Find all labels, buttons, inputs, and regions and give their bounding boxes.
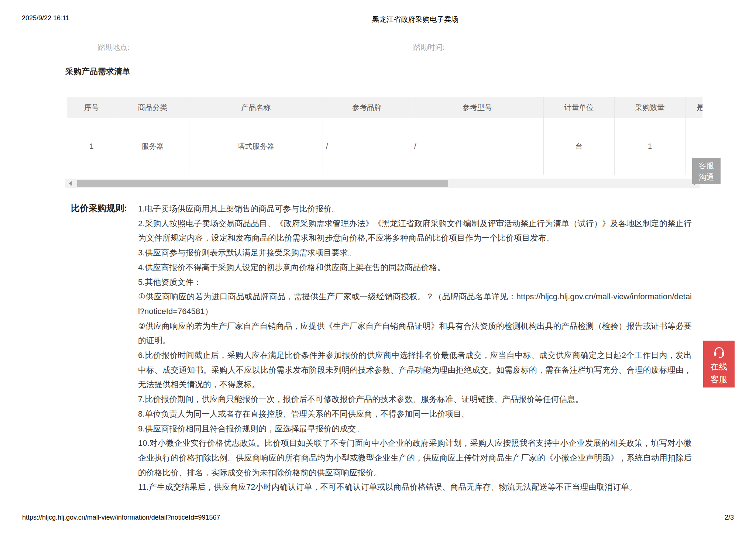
col-header-ref-model: 参考型号 bbox=[411, 97, 544, 118]
table-header-row: 序号 商品分类 产品名称 参考品牌 参考型号 计量单位 采购数量 是 bbox=[67, 97, 703, 118]
survey-location-label: 踏勘地点: bbox=[98, 42, 130, 52]
rule-item-7: 7.比价报价期间，供应商只能报价一次，报价后不可修改报价产品的技术参数、服务标准… bbox=[138, 392, 692, 407]
rule-item-8: 8.单位负责人为同一人或者存在直接控股、管理关系的不同供应商，不得参加同一比价项… bbox=[138, 407, 692, 421]
print-preview-page: { "print_header": { "datetime": "2025/9/… bbox=[0, 0, 756, 534]
customer-chat-badge[interactable]: 客服沟通 bbox=[692, 158, 721, 184]
rule-item-3: 3.供应商参与报价则表示默认满足并接受采购需求项目要求。 bbox=[138, 245, 692, 260]
table-row: 1 服务器 塔式服务器 / / 台 1 bbox=[67, 118, 703, 175]
document-frame: 踏勘地点: 踏勘时间: 采购产品需求清单 序号 商品分类 产品名称 参考品牌 参… bbox=[47, 26, 713, 518]
section-title-demand-list: 采购产品需求清单 bbox=[65, 66, 130, 77]
survey-time-label: 踏勘时间: bbox=[413, 42, 445, 52]
online-service-badge[interactable]: 在线客服 bbox=[703, 341, 735, 387]
col-header-quantity: 采购数量 bbox=[615, 97, 685, 118]
col-header-unit: 计量单位 bbox=[544, 97, 615, 118]
product-table-viewport: 序号 商品分类 产品名称 参考品牌 参考型号 计量单位 采购数量 是 1 服务器… bbox=[67, 97, 702, 175]
rule-item-10: 10.对小微企业实行价格优惠政策。比价项目如关联了不专门面向中小企业的政府采购计… bbox=[138, 436, 692, 480]
customer-chat-badge-label: 客服沟通 bbox=[698, 160, 715, 183]
footer-page-number: 2/3 bbox=[725, 514, 734, 521]
print-datetime: 2025/9/22 16:11 bbox=[22, 14, 69, 22]
col-header-product-name: 产品名称 bbox=[189, 97, 323, 118]
rule-item-5-1: ①供应商响应的若为进口商品或品牌商品，需提供生产厂家或一级经销商授权。？（品牌商… bbox=[138, 289, 692, 318]
cell-product-name: 塔式服务器 bbox=[189, 118, 323, 175]
cell-seq: 1 bbox=[67, 118, 116, 175]
cell-ref-model: / bbox=[411, 118, 544, 175]
horizontal-scrollbar[interactable] bbox=[65, 179, 700, 188]
col-header-category: 商品分类 bbox=[116, 97, 189, 118]
col-header-clipped: 是 bbox=[685, 97, 703, 118]
headset-icon bbox=[712, 353, 726, 359]
footer-source-url: https://hljcg.hlj.gov.cn/mall-view/infor… bbox=[22, 514, 220, 521]
rule-item-1: 1.电子卖场供应商用其上架销售的商品可参与比价报价。 bbox=[138, 201, 692, 216]
rule-item-9: 9.供应商报价相同且符合报价规则的，应选择最早报价的成交。 bbox=[138, 421, 692, 436]
rule-item-4: 4.供应商报价不得高于采购人设定的初步意向价格和供应商上架在售的同款商品价格。 bbox=[138, 260, 692, 275]
rule-item-11: 11.产生成交结果后，供应商应72小时内确认订单，不可不确认订单或以商品价格错误… bbox=[138, 480, 692, 495]
cell-category: 服务器 bbox=[116, 118, 189, 175]
cell-ref-brand: / bbox=[323, 118, 411, 175]
cell-unit: 台 bbox=[544, 118, 615, 175]
scrollbar-thumb[interactable] bbox=[77, 180, 448, 187]
online-service-badge-label: 在线客服 bbox=[710, 360, 728, 386]
rule-item-6: 6.比价报价时间截止后，采购人应在满足比价条件并参加报价的供应商中选择排名价最低… bbox=[138, 348, 692, 392]
cell-quantity: 1 bbox=[615, 118, 685, 175]
scroll-left-arrow-icon[interactable] bbox=[69, 181, 72, 186]
col-header-seq: 序号 bbox=[67, 97, 116, 118]
rule-item-5-2: ②供应商响应的若为生产厂家自产自销商品，应提供《生产厂家自产自销商品证明》和具有… bbox=[138, 319, 692, 348]
col-header-ref-brand: 参考品牌 bbox=[323, 97, 411, 118]
rules-section-label: 比价采购规则: bbox=[71, 201, 127, 216]
print-page-title: 黑龙江省政府采购电子卖场 bbox=[372, 14, 458, 24]
rule-item-5: 5.其他资质文件： bbox=[138, 275, 692, 290]
rule-item-2: 2.采购人按照电子卖场交易商品品目、《政府采购需求管理办法》《黑龙江省政府采购文… bbox=[138, 216, 692, 245]
product-demand-table: 序号 商品分类 产品名称 参考品牌 参考型号 计量单位 采购数量 是 1 服务器… bbox=[67, 97, 702, 175]
rules-text-block: 1.电子卖场供应商用其上架销售的商品可参与比价报价。 2.采购人按照电子卖场交易… bbox=[138, 201, 692, 495]
